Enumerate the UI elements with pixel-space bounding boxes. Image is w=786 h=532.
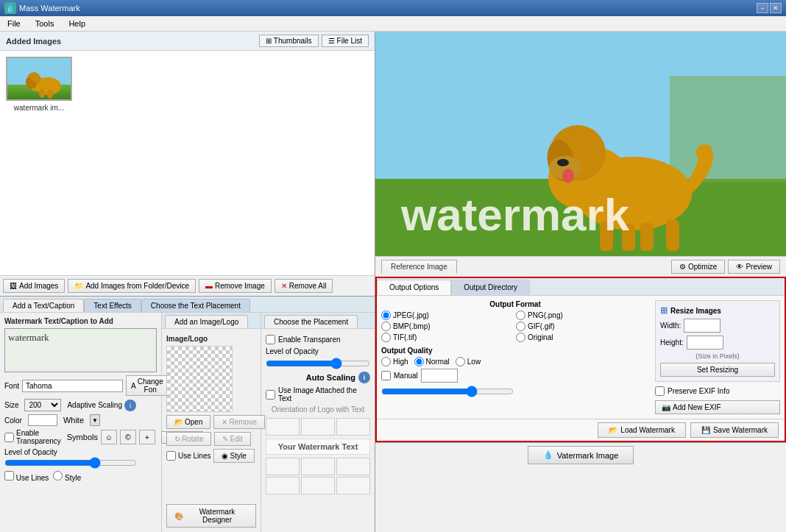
logo-remove-button[interactable]: ✕ Remove [213, 415, 264, 429]
info-icon: i [124, 400, 136, 411]
logo-rotate-button[interactable]: ↻ Rotate [166, 432, 211, 446]
use-image-label[interactable]: Use Image Attached the Text [266, 386, 370, 402]
add-images-button[interactable]: 🖼 Add Images [3, 279, 65, 293]
preview-tabs[interactable]: Reference Image [381, 260, 457, 274]
quality-high-radio[interactable] [381, 357, 391, 366]
menu-tools[interactable]: Tools [31, 18, 59, 29]
wm-grid-cell-5[interactable] [301, 477, 335, 494]
format-tif-radio[interactable] [381, 333, 391, 342]
format-jpeg-radio[interactable] [381, 311, 391, 320]
placement-tabs[interactable]: Choose the Placement [261, 313, 375, 329]
enable-transparency-checkbox[interactable] [4, 433, 14, 442]
logo-use-lines-label[interactable]: Use Lines [166, 449, 210, 463]
style-radio[interactable] [53, 471, 63, 480]
remove-all-button[interactable]: ✕ Remove All [275, 279, 333, 293]
load-watermark-button[interactable]: 📂 Load Watermark [598, 422, 686, 438]
quality-low-label[interactable]: Low [456, 357, 481, 366]
format-png-radio[interactable] [516, 311, 525, 320]
watermark-text-input[interactable]: watermark [4, 328, 157, 372]
logo-use-lines-checkbox[interactable] [166, 451, 176, 461]
minimize-button[interactable]: − [757, 3, 768, 13]
tab-choose-placement[interactable]: Choose the Placement [264, 315, 358, 328]
quality-low-radio[interactable] [456, 357, 465, 366]
title-bar-controls[interactable]: − ✕ [757, 3, 782, 13]
wm-grid-cell-3[interactable] [336, 458, 370, 475]
image-thumbnail[interactable]: watermark im... [6, 57, 72, 112]
size-select[interactable]: 200 100 150 [24, 399, 61, 411]
wm-grid-cell-6[interactable] [336, 477, 370, 494]
style-label[interactable]: Style [53, 471, 81, 482]
main-tabs-bar[interactable]: Add a Text/Caption Text Effects Choose t… [0, 297, 375, 313]
manual-quality-input[interactable] [421, 369, 458, 383]
use-lines-label[interactable]: Use Lines [4, 471, 49, 482]
set-resizing-button[interactable]: Set Resizing [660, 363, 775, 377]
tab-image-logo[interactable]: Add an Image/Logo [165, 315, 248, 328]
symbols-add-button[interactable]: + [139, 430, 155, 444]
width-input[interactable] [684, 319, 720, 333]
color-swatch[interactable] [28, 414, 57, 426]
format-original-radio[interactable] [516, 333, 525, 342]
logo-grid-cell-1[interactable] [266, 418, 300, 436]
logo-opacity-slider[interactable] [266, 358, 370, 369]
logo-grid-cell-2[interactable] [301, 418, 335, 436]
quality-high-label[interactable]: High [381, 357, 408, 366]
thumbnails-view-button[interactable]: ⊞ Thumbnails [259, 35, 319, 47]
tab-text-caption[interactable]: Add a Text/Caption [3, 299, 84, 312]
enable-transparent-label[interactable]: Enable Transparen [266, 335, 370, 344]
quality-slider[interactable] [381, 386, 514, 397]
opacity-row: Level of Opacity [4, 448, 157, 468]
enable-transparency-label[interactable]: Enable Transparency [4, 429, 61, 445]
symbols-face-button[interactable]: ☺ [101, 430, 117, 444]
logo-grid-cell-3[interactable] [336, 418, 370, 436]
font-name-input[interactable] [22, 380, 123, 392]
vatermark-image-button[interactable]: 💧 Vatermark Image [528, 446, 634, 464]
output-tabs[interactable]: Output Options Output Directory [377, 278, 785, 296]
resize-title: ⊞ Resize Images [660, 305, 775, 316]
close-button[interactable]: ✕ [770, 3, 782, 13]
format-gif-label[interactable]: GIF(.gif) [516, 322, 649, 331]
height-input[interactable] [687, 336, 723, 350]
reference-image-tab[interactable]: Reference Image [381, 260, 457, 274]
format-png-label[interactable]: PNG(.png) [516, 311, 649, 320]
save-watermark-button[interactable]: 💾 Save Watermark [690, 422, 779, 438]
quality-normal-label[interactable]: Normal [414, 357, 450, 366]
image-logo-tabs[interactable]: Add an Image/Logo [162, 313, 261, 329]
watermark-designer-button[interactable]: 🎨 Watermark Designer [166, 504, 256, 528]
preview-button[interactable]: 👁 Preview [728, 260, 780, 274]
logo-open-button[interactable]: 📂 Open [166, 415, 210, 429]
file-list-view-button[interactable]: ☰ File List [322, 35, 369, 47]
format-bmp-radio[interactable] [381, 322, 391, 331]
color-picker-button[interactable]: ▼ [90, 414, 100, 426]
format-tif-label[interactable]: TIF(.tif) [381, 333, 514, 342]
logo-style-button[interactable]: ◉ Style [213, 449, 254, 463]
format-gif-radio[interactable] [516, 322, 525, 331]
optimize-button[interactable]: ⚙ Optimize [671, 260, 725, 274]
format-bmp-label[interactable]: BMP(.bmp) [381, 322, 514, 331]
enable-transparent-checkbox[interactable] [266, 335, 275, 344]
logo-edit-button[interactable]: ✎ Edit [214, 432, 250, 446]
use-lines-checkbox[interactable] [4, 471, 14, 480]
tab-choose-text-placement[interactable]: Choose the Text Placement [141, 299, 250, 312]
output-directory-tab[interactable]: Output Directory [451, 280, 530, 295]
tab-text-effects[interactable]: Text Effects [84, 299, 141, 312]
preserve-exif-checkbox[interactable] [655, 386, 665, 396]
quality-normal-radio[interactable] [414, 357, 424, 366]
wm-grid-cell-2[interactable] [301, 458, 335, 475]
add-from-folder-button[interactable]: 📁 Add Images from Folder/Device [68, 279, 196, 293]
manual-quality-checkbox[interactable] [381, 371, 391, 380]
remove-image-button[interactable]: ▬ Remove Image [199, 279, 272, 293]
add-exif-button[interactable]: 📷 Add New EXIF [655, 400, 780, 414]
preserve-exif-label[interactable]: Preserve EXIF Info [655, 386, 780, 396]
format-original-label[interactable]: Original [516, 333, 649, 342]
svg-rect-21 [666, 220, 679, 251]
wm-grid-cell-1[interactable] [266, 458, 300, 475]
symbols-copyright-button[interactable]: © [120, 430, 136, 444]
use-image-checkbox[interactable] [266, 390, 275, 400]
format-jpeg-label[interactable]: JPEG(.jpg) [381, 311, 514, 320]
menu-file[interactable]: File [3, 18, 25, 29]
menu-help[interactable]: Help [64, 18, 90, 29]
opacity-slider[interactable] [4, 458, 137, 468]
output-options-tab[interactable]: Output Options [377, 280, 451, 295]
wm-grid-cell-4[interactable] [266, 477, 300, 494]
gallery-view-buttons[interactable]: ⊞ Thumbnails ☰ File List [259, 35, 369, 47]
